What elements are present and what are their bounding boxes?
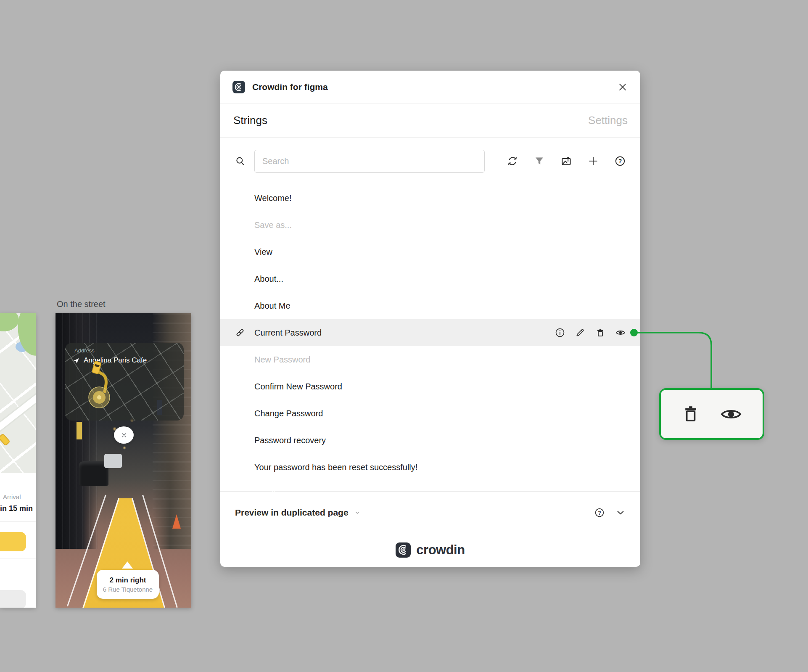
preview-dropdown[interactable]: Preview in duplicated page	[235, 508, 360, 518]
add-icon[interactable]	[587, 155, 599, 167]
string-row[interactable]: Confirm New Password	[220, 373, 640, 400]
direction-arrow	[122, 561, 133, 569]
mini-map-route	[65, 343, 184, 421]
street-sign	[77, 422, 82, 439]
direction-card: 2 min right 6 Rue Tiquetonne	[97, 570, 159, 599]
search-input[interactable]	[254, 150, 485, 173]
delete-trash-icon[interactable]	[595, 327, 606, 338]
arrival-time: in 15 min	[0, 504, 33, 513]
row-actions	[555, 327, 640, 338]
toolbar: ?	[220, 138, 640, 185]
string-row[interactable]: About...	[220, 265, 640, 292]
bottom-sheet: Arrival in 15 min	[0, 473, 36, 608]
figma-canvas: Arrival in 15 min On the street Address	[0, 0, 808, 672]
artboard-on-the-street[interactable]: Address Angelina Paris Cafe	[55, 313, 191, 608]
string-label: Welcome!	[254, 193, 292, 203]
string-row[interactable]: Save as...	[220, 212, 640, 238]
tab-strings[interactable]: Strings	[233, 114, 267, 127]
filter-icon[interactable]	[533, 155, 545, 167]
svg-text:?: ?	[618, 158, 622, 164]
connector-dot	[630, 329, 638, 336]
string-row[interactable]: View	[220, 238, 640, 265]
string-row[interactable]: Password recovery	[220, 427, 640, 454]
preview-eye-icon-large	[719, 404, 743, 424]
close-icon[interactable]	[617, 81, 628, 93]
search-icon	[234, 155, 246, 167]
preview-eye-icon[interactable]	[615, 327, 626, 338]
info-icon[interactable]	[555, 327, 565, 338]
string-label: Your password has been reset successfull…	[254, 463, 417, 472]
artboard-taxi-map[interactable]: Arrival in 15 min	[0, 313, 36, 608]
traffic-cone	[172, 514, 181, 529]
string-label: View	[254, 247, 272, 257]
string-row-selected[interactable]: Current Password	[220, 319, 640, 346]
help-icon[interactable]: ?	[594, 507, 605, 518]
string-row[interactable]: Your password has been reset successfull…	[220, 454, 640, 481]
crowdin-logo-icon	[232, 81, 245, 93]
svg-text:?: ?	[598, 510, 601, 516]
preview-label: Preview in duplicated page	[235, 508, 349, 518]
link-icon	[235, 328, 245, 338]
string-label: Change Password	[254, 409, 323, 418]
address-map-card: Address Angelina Paris Cafe	[65, 343, 184, 421]
crowdin-logo-icon	[396, 542, 411, 558]
string-label: Confirm New Password	[254, 382, 342, 392]
string-label: Email	[254, 489, 275, 492]
string-label: Current Password	[254, 328, 322, 338]
parked-van	[104, 454, 122, 468]
divider	[0, 521, 36, 522]
string-label: New Password	[254, 355, 310, 365]
arrival-label: Arrival	[3, 493, 21, 500]
help-icon[interactable]: ?	[614, 155, 626, 167]
secondary-button	[0, 590, 26, 608]
crowdin-brand-footer: crowdin	[220, 533, 640, 566]
crowdin-plugin-dialog: Crowdin for figma Strings Settings	[220, 71, 640, 567]
map-road	[0, 388, 36, 434]
tab-settings[interactable]: Settings	[588, 114, 628, 127]
magnified-actions-callout	[659, 388, 764, 440]
direction-subtitle: 6 Rue Tiquetonne	[103, 586, 153, 593]
string-label: Password recovery	[254, 436, 326, 445]
string-row[interactable]: Welcome!	[220, 185, 640, 212]
dialog-title: Crowdin for figma	[252, 82, 328, 92]
string-row[interactable]: New Password	[220, 346, 640, 373]
edit-pencil-icon[interactable]	[575, 327, 586, 338]
direction-title: 2 min right	[110, 576, 146, 585]
string-label: About...	[254, 274, 283, 284]
map-image	[0, 313, 36, 473]
sync-icon[interactable]	[507, 155, 518, 167]
delete-trash-icon-large	[681, 404, 701, 424]
taxi-marker	[0, 433, 11, 446]
image-upload-icon[interactable]	[560, 155, 572, 167]
artboard-title[interactable]: On the street	[57, 299, 106, 309]
crowdin-wordmark: crowdin	[416, 542, 465, 558]
divider	[0, 558, 36, 558]
chevron-down-icon[interactable]	[615, 507, 626, 518]
chevron-down-small-icon	[354, 510, 360, 516]
string-row[interactable]: About Me	[220, 292, 640, 319]
string-row[interactable]: Change Password	[220, 400, 640, 427]
primary-button	[0, 532, 26, 551]
dialog-header: Crowdin for figma	[220, 71, 640, 103]
string-row-clipped[interactable]: Email	[220, 481, 640, 491]
string-list: Welcome! Save as... View About... About …	[220, 185, 640, 491]
preview-bar: Preview in duplicated page ?	[220, 491, 640, 533]
string-label: About Me	[254, 301, 290, 311]
close-navigation-button	[114, 426, 134, 444]
string-label: Save as...	[254, 220, 292, 230]
tab-bar: Strings Settings	[220, 103, 640, 138]
